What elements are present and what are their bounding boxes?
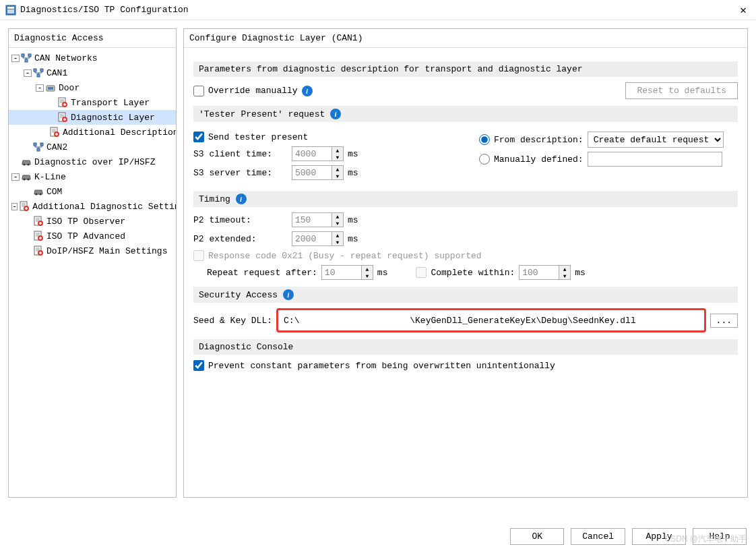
- tree-item[interactable]: Diagnostic over IP/HSFZ: [9, 154, 176, 169]
- complete-within-checkbox[interactable]: [416, 267, 427, 278]
- repeat-label: Repeat request after:: [207, 268, 317, 278]
- info-icon[interactable]: i: [283, 289, 294, 300]
- busy-label: Response code 0x21 (Busy - repeat reques…: [208, 251, 482, 261]
- doc-icon: [57, 97, 68, 108]
- p2-extended-label: P2 extended:: [193, 234, 288, 244]
- expand-toggle-icon: [24, 188, 32, 196]
- right-panel: Configure Diagnostic Layer (CAN1) Parame…: [183, 28, 748, 498]
- override-checkbox[interactable]: [193, 86, 204, 96]
- help-button[interactable]: Help: [693, 528, 747, 545]
- tree-item[interactable]: Diagnostic Layer: [9, 110, 176, 125]
- manually-defined-radio[interactable]: [479, 154, 490, 165]
- p2-timeout-input[interactable]: [292, 212, 332, 227]
- dev-icon: [45, 82, 56, 93]
- info-icon[interactable]: i: [236, 194, 247, 204]
- info-icon[interactable]: i: [330, 109, 341, 119]
- spinner-buttons[interactable]: ▲▼: [559, 265, 571, 280]
- svg-point-24: [36, 194, 38, 196]
- tree-item-label: Additional Descriptions: [63, 127, 176, 138]
- tree-item[interactable]: -CAN Networks: [9, 51, 176, 65]
- tree-item[interactable]: -CAN1: [9, 65, 176, 80]
- svg-rect-4: [28, 54, 31, 57]
- car-icon: [21, 171, 32, 182]
- svg-rect-5: [25, 59, 28, 62]
- dialog-button-bar: OK Cancel Apply Help: [510, 528, 747, 545]
- net-icon: [21, 53, 32, 63]
- s3-server-input[interactable]: [292, 165, 332, 180]
- doc-icon: [57, 112, 68, 123]
- tree-item-label: Transport Layer: [71, 98, 150, 108]
- tree-item-label: Door: [59, 83, 80, 93]
- expand-toggle-icon[interactable]: -: [11, 55, 20, 62]
- send-tester-label: Send tester present: [208, 132, 308, 142]
- seed-key-dll-input[interactable]: [281, 313, 701, 328]
- spinner-buttons[interactable]: ▲▼: [332, 231, 344, 246]
- spinner-buttons[interactable]: ▲▼: [332, 146, 344, 161]
- expand-toggle-icon: [24, 144, 32, 151]
- prevent-overwrite-label: Prevent constant parameters from being o…: [208, 361, 555, 371]
- doc-icon: [19, 201, 30, 212]
- tree-item[interactable]: -K-Line: [9, 169, 176, 184]
- info-icon[interactable]: i: [302, 86, 313, 96]
- svg-rect-17: [34, 143, 36, 146]
- expand-toggle-icon[interactable]: -: [36, 84, 44, 92]
- doc-icon: [33, 245, 44, 256]
- tree-item[interactable]: -Door: [9, 80, 176, 95]
- expand-toggle-icon[interactable]: -: [11, 173, 20, 181]
- tree-item-label: DoIP/HSFZ Main Settings: [46, 246, 167, 256]
- spinner-buttons[interactable]: ▲▼: [362, 265, 373, 280]
- ok-button[interactable]: OK: [510, 528, 564, 545]
- expand-toggle-icon: [48, 114, 56, 121]
- p2-extended-input[interactable]: [292, 231, 332, 246]
- seed-key-highlighted-row: [276, 308, 706, 332]
- apply-button[interactable]: Apply: [632, 528, 686, 545]
- close-button[interactable]: ✕: [736, 3, 751, 17]
- reset-defaults-button[interactable]: Reset to defaults: [625, 82, 738, 99]
- manually-defined-input[interactable]: [588, 152, 722, 167]
- svg-rect-18: [40, 143, 43, 146]
- browse-button[interactable]: ...: [710, 314, 738, 328]
- diagnostic-tree[interactable]: -CAN Networks-CAN1-DoorTransport LayerDi…: [9, 48, 176, 497]
- prevent-overwrite-checkbox[interactable]: [193, 360, 204, 371]
- doc-icon: [49, 127, 60, 138]
- left-panel: Diagnostic Access -CAN Networks-CAN1-Doo…: [8, 28, 177, 498]
- tree-item[interactable]: CAN2: [9, 140, 176, 154]
- spinner-buttons[interactable]: ▲▼: [332, 165, 344, 180]
- cancel-button[interactable]: Cancel: [571, 528, 625, 545]
- s3-client-label: S3 client time:: [193, 149, 288, 159]
- expand-toggle-icon[interactable]: -: [11, 203, 18, 210]
- tree-item[interactable]: ISO TP Observer: [9, 214, 176, 229]
- spinner-buttons[interactable]: ▲▼: [332, 212, 344, 227]
- from-description-label: From description:: [494, 135, 584, 145]
- tree-item[interactable]: -Additional Diagnostic Settings: [9, 199, 176, 214]
- tree-item[interactable]: Additional Descriptions: [9, 125, 176, 140]
- left-panel-header: Diagnostic Access: [9, 29, 176, 48]
- svg-rect-8: [37, 74, 40, 77]
- complete-within-input[interactable]: [519, 265, 559, 280]
- tree-item-label: CAN1: [46, 68, 67, 78]
- tree-item[interactable]: Transport Layer: [9, 95, 176, 110]
- repeat-input[interactable]: [321, 265, 362, 280]
- doc-icon: [33, 216, 44, 227]
- doc-icon: [33, 231, 44, 241]
- tree-item-label: COM: [46, 187, 62, 197]
- create-default-select[interactable]: Create default request: [588, 132, 724, 148]
- section-security-access: Security Access i: [193, 287, 738, 303]
- tree-item-label: ISO TP Observer: [46, 216, 125, 227]
- svg-rect-3: [22, 54, 24, 57]
- expand-toggle-icon: [24, 218, 32, 225]
- tree-item[interactable]: ISO TP Advanced: [9, 229, 176, 243]
- net-icon: [33, 67, 44, 78]
- car-icon: [21, 156, 32, 167]
- tree-item[interactable]: COM: [9, 184, 176, 199]
- s3-server-label: S3 server time:: [193, 168, 288, 178]
- expand-toggle-icon: [48, 99, 56, 107]
- expand-toggle-icon[interactable]: -: [24, 69, 32, 77]
- tree-item[interactable]: DoIP/HSFZ Main Settings: [9, 243, 176, 258]
- s3-client-input[interactable]: [292, 146, 332, 161]
- busy-checkbox[interactable]: [193, 250, 204, 261]
- override-label: Override manually: [208, 86, 298, 96]
- tree-item-label: ISO TP Advanced: [46, 231, 125, 241]
- send-tester-checkbox[interactable]: [193, 132, 204, 142]
- from-description-radio[interactable]: [479, 134, 490, 145]
